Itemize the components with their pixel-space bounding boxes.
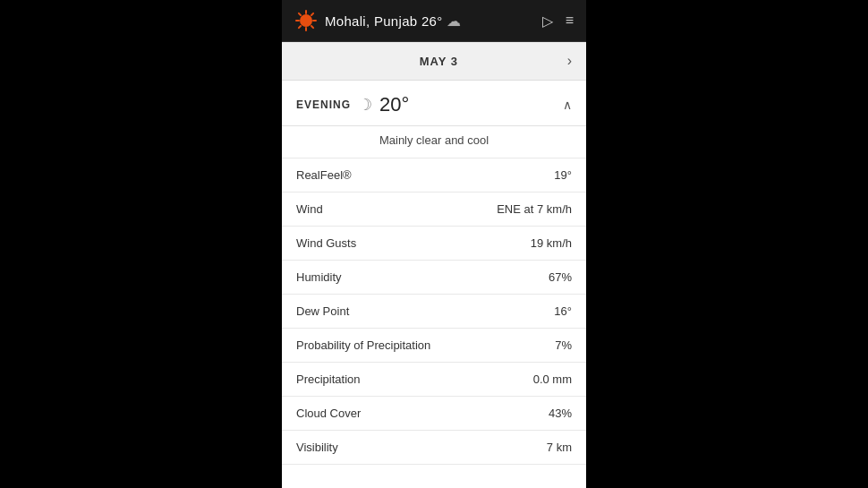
- weather-data-label: Wind: [296, 202, 323, 216]
- weather-data-row: Cloud Cover43%: [282, 397, 586, 431]
- evening-temperature: 20°: [379, 93, 556, 116]
- weather-data-value: 7 km: [547, 441, 572, 454]
- header-location: Mohali, Punjab 26° ☁: [325, 13, 535, 30]
- weather-data-row: Precipitation0.0 mm: [282, 363, 586, 397]
- content: EVENING ☽ 20° ∧ Mainly clear and cool Re…: [282, 81, 586, 488]
- menu-icon[interactable]: ≡: [566, 13, 574, 29]
- date-bar[interactable]: MAY 3 ›: [282, 42, 586, 81]
- weather-data-value: 7%: [555, 338, 572, 352]
- date-label: MAY 3: [311, 55, 567, 68]
- weather-data-value: 67%: [549, 270, 572, 284]
- weather-data-label: Dew Point: [296, 304, 349, 318]
- weather-data-label: Wind Gusts: [296, 236, 356, 250]
- weather-data-row: RealFeel®19°: [282, 158, 586, 193]
- collapse-icon[interactable]: ∧: [563, 98, 572, 112]
- weather-data-value: 43%: [549, 407, 572, 420]
- svg-point-0: [300, 14, 312, 27]
- cloud-icon: ☁: [447, 13, 461, 29]
- weather-data-row: Visibility7 km: [282, 431, 586, 465]
- svg-line-8: [299, 26, 301, 28]
- weather-data-value: 16°: [554, 304, 572, 318]
- weather-data-list: RealFeel®19°WindENE at 7 km/hWind Gusts1…: [282, 158, 586, 465]
- svg-line-5: [299, 13, 301, 15]
- weather-data-row: Probability of Precipitation7%: [282, 329, 586, 363]
- weather-data-row: WindENE at 7 km/h: [282, 193, 586, 227]
- weather-data-label: Humidity: [296, 270, 342, 284]
- evening-label: EVENING: [296, 98, 351, 111]
- play-icon[interactable]: ▷: [542, 13, 553, 30]
- weather-data-value: 0.0 mm: [533, 372, 572, 386]
- weather-data-row: Wind Gusts19 km/h: [282, 227, 586, 261]
- weather-data-row: Dew Point16°: [282, 295, 586, 329]
- weather-data-label: Cloud Cover: [296, 407, 361, 420]
- weather-data-row: Humidity67%: [282, 261, 586, 295]
- svg-line-7: [311, 13, 313, 15]
- weather-data-label: Probability of Precipitation: [296, 338, 430, 352]
- svg-line-6: [311, 26, 313, 28]
- weather-data-label: Precipitation: [296, 372, 361, 386]
- header: Mohali, Punjab 26° ☁ ▷ ≡: [282, 0, 586, 42]
- weather-description: Mainly clear and cool: [282, 126, 586, 158]
- moon-icon: ☽: [358, 95, 372, 115]
- weather-data-label: RealFeel®: [296, 168, 352, 182]
- weather-data-value: 19°: [554, 168, 572, 182]
- evening-header[interactable]: EVENING ☽ 20° ∧: [282, 81, 586, 126]
- header-icons: ▷ ≡: [542, 13, 574, 30]
- app-container: Mohali, Punjab 26° ☁ ▷ ≡ MAY 3 › EVENING…: [282, 0, 586, 488]
- date-chevron: ›: [567, 53, 572, 69]
- weather-data-label: Visibility: [296, 441, 338, 454]
- sun-icon: [294, 9, 318, 32]
- weather-data-value: ENE at 7 km/h: [497, 202, 572, 216]
- weather-data-value: 19 km/h: [531, 236, 572, 250]
